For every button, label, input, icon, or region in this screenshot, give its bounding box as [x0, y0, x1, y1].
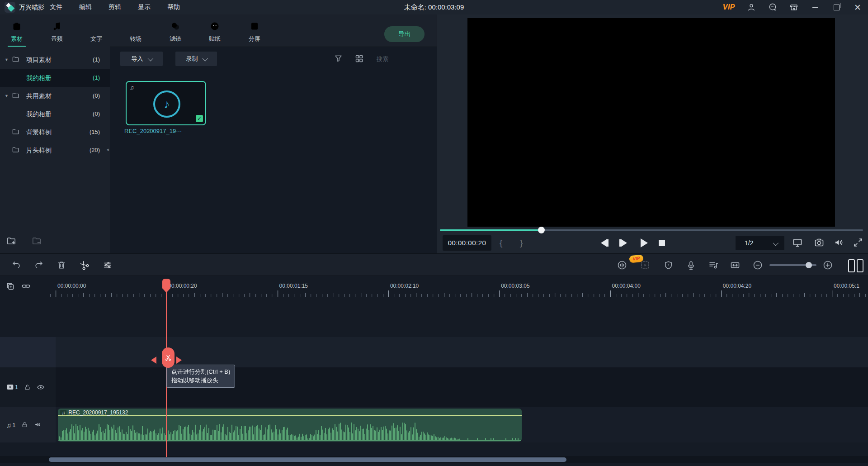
adjust-sliders-icon[interactable]	[102, 260, 113, 271]
undo-icon[interactable]	[11, 260, 22, 271]
caret-down-icon[interactable]: ▼	[5, 51, 9, 69]
mark-out-button[interactable]: }	[520, 235, 523, 251]
record-voiceover-mic-icon[interactable]	[685, 260, 696, 271]
play-button[interactable]	[641, 235, 648, 251]
timeline-hscrollbar[interactable]	[0, 456, 868, 463]
stop-button[interactable]	[659, 235, 665, 251]
chevron-down-icon	[773, 240, 779, 246]
lock-icon[interactable]	[24, 384, 31, 391]
render-preview-icon[interactable]	[640, 260, 651, 271]
restore-button[interactable]	[831, 2, 841, 12]
export-button[interactable]: 导出	[384, 26, 425, 42]
remove-folder-icon[interactable]	[32, 236, 42, 245]
titlebar-right-controls: VIP ✕	[723, 0, 863, 14]
preview-quality-dropdown[interactable]: 1/2	[736, 236, 784, 250]
split-playhead-button[interactable]	[162, 347, 175, 368]
playhead-drag-left-arrow	[151, 357, 156, 364]
current-timecode: 00:00:00:20	[443, 235, 491, 251]
link-clips-icon[interactable]	[21, 281, 31, 291]
volume-icon[interactable]	[834, 237, 845, 249]
app-logo-icon	[5, 2, 15, 13]
caret-down-icon[interactable]: ▼	[5, 87, 9, 105]
media-tab-icon	[2, 18, 31, 32]
next-frame-button[interactable]	[619, 235, 627, 251]
checkmark-badge: ✓	[196, 115, 203, 122]
search-box	[376, 52, 435, 66]
sidebar-item-project-media[interactable]: ▼ 项目素材 (1)	[0, 51, 110, 69]
menu-clip[interactable]: 剪辑	[108, 3, 121, 11]
seek-thumb[interactable]	[538, 227, 545, 233]
seek-progress-fill	[440, 229, 542, 231]
panel-layout-toggle[interactable]	[848, 259, 863, 272]
ruler-label: 00:00:00:20	[168, 283, 197, 289]
folder-icon	[12, 92, 19, 99]
store-icon[interactable]	[789, 2, 799, 12]
menu-view[interactable]: 显示	[138, 3, 151, 11]
video-track-header: 1	[0, 367, 56, 407]
tab-filter[interactable]: 滤镜	[161, 18, 190, 45]
previous-frame-button[interactable]	[601, 235, 609, 251]
app-name: 万兴喵影	[19, 0, 44, 14]
title-bar: 万兴喵影 文件 编辑 剪辑 显示 帮助 未命名: 00:00:03:09 VIP…	[0, 0, 868, 14]
close-button[interactable]: ✕	[853, 2, 863, 12]
tab-media[interactable]: 素材	[2, 18, 31, 45]
audio-clip-name: REC_20200917_195132	[68, 409, 128, 416]
fit-timeline-icon[interactable]	[730, 260, 741, 271]
audio-waveform	[58, 416, 522, 441]
grid-view-icon[interactable]	[354, 54, 364, 63]
manage-tracks-icon[interactable]	[5, 281, 15, 291]
media-item-audio[interactable]: ♫ ♪ ✓	[126, 81, 206, 125]
tab-text[interactable]: 文字	[82, 18, 111, 45]
playhead-marker[interactable]	[162, 279, 170, 289]
playhead-tooltip: 点击进行分割(Ctrl + B) 拖动以移动播放头	[166, 365, 235, 388]
fullscreen-icon[interactable]	[853, 237, 864, 249]
menu-help[interactable]: 帮助	[167, 3, 180, 11]
voice-changer-icon[interactable]	[617, 260, 627, 271]
audio-clip[interactable]: ♫ REC_20200917_195132	[58, 409, 522, 442]
add-folder-icon[interactable]	[6, 236, 16, 245]
library-sidebar: ▼ 项目素材 (1) 我的相册 (1) ▼ 共用素材 (0) 我的相册 (0) …	[0, 47, 110, 253]
folder-icon	[12, 56, 19, 62]
transition-tab-icon	[121, 18, 150, 32]
snapshot-camera-icon[interactable]	[814, 237, 826, 249]
eye-visibility-icon[interactable]	[37, 384, 45, 390]
lock-icon[interactable]	[21, 421, 28, 428]
sidebar-item-intro-samples[interactable]: 片头样例 (20)	[0, 141, 110, 159]
menu-file[interactable]: 文件	[50, 3, 62, 11]
sidebar-item-my-album[interactable]: 我的相册 (1)	[0, 69, 110, 87]
zoom-out-icon[interactable]	[752, 260, 763, 271]
preview-seek-bar[interactable]	[440, 227, 863, 234]
delete-icon[interactable]	[56, 260, 67, 271]
filter-icon[interactable]	[334, 54, 343, 63]
zoom-in-icon[interactable]	[822, 260, 833, 271]
account-icon[interactable]	[746, 2, 756, 12]
redo-icon[interactable]	[33, 260, 44, 271]
splitscreen-tab-icon	[240, 18, 269, 32]
chevron-down-icon	[202, 55, 208, 61]
ruler-label: 00:00:03:05	[501, 283, 529, 289]
tab-transition[interactable]: 转场	[121, 18, 150, 45]
mute-speaker-icon[interactable]	[34, 421, 42, 428]
sidebar-item-shared-media[interactable]: ▼ 共用素材 (0)	[0, 87, 110, 105]
sidebar-item-shared-my-album[interactable]: 我的相册 (0)	[0, 105, 110, 123]
audio-mixer-icon[interactable]	[708, 260, 719, 271]
zoom-slider-thumb[interactable]	[806, 262, 812, 268]
tab-splitscreen[interactable]: 分屏	[240, 18, 269, 45]
feedback-chat-icon[interactable]	[768, 2, 778, 12]
vip-button[interactable]: VIP	[723, 3, 735, 11]
split-scissors-icon[interactable]	[79, 260, 90, 271]
timeline-hscrollbar-thumb[interactable]	[49, 457, 566, 462]
tab-audio[interactable]: 音频	[42, 18, 71, 45]
media-library-panel: 导入 录制 ♫ ♪ ✓ REC_20200917_19⋯	[110, 47, 437, 254]
menu-edit[interactable]: 编辑	[79, 3, 92, 11]
mark-in-button[interactable]: {	[500, 235, 502, 251]
minimize-button[interactable]	[810, 2, 820, 12]
tab-sticker[interactable]: 贴纸	[200, 18, 229, 45]
video-track-icon: 1	[6, 384, 18, 390]
import-button[interactable]: 导入	[120, 52, 163, 66]
record-button[interactable]: 录制	[175, 52, 217, 66]
sidebar-item-background-samples[interactable]: 背景样例 (15)	[0, 123, 110, 141]
timeline-zoom-slider[interactable]	[769, 264, 816, 266]
shield-protect-icon[interactable]	[663, 260, 674, 271]
display-device-icon[interactable]	[792, 237, 804, 249]
